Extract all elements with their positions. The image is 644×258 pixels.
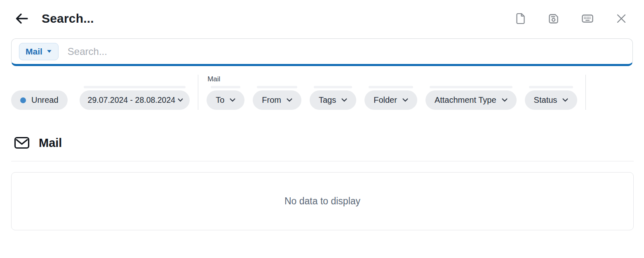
back-arrow-icon [15,12,29,25]
unread-filter-chip[interactable]: Unread [11,90,68,110]
search-scope-dropdown[interactable]: Mail [19,43,59,60]
save-search-button[interactable] [548,13,559,25]
search-overlay: Search... [0,0,644,258]
search-bar: Mail [11,38,633,66]
chevron-down-icon [562,98,568,102]
section-title: Mail [39,136,62,150]
chevron-down-icon [287,98,292,102]
back-button[interactable] [14,12,29,26]
chevron-down-icon [178,98,183,102]
keyboard-shortcuts-button[interactable] [581,13,594,24]
search-scope-label: Mail [26,47,42,57]
to-filter-label: To [216,95,224,105]
chevron-down-icon [341,98,347,102]
active-filter-chips: Unread 29.07.2024 - 28.08.2024 [11,90,190,110]
topbar: Search... [0,0,644,27]
date-range-label: 29.07.2024 - 28.08.2024 [88,95,176,105]
chevron-down-icon [230,98,235,102]
close-icon [616,13,627,24]
close-button[interactable] [616,13,627,24]
caret-down-icon [47,50,52,53]
search-input[interactable] [68,46,625,57]
attachment-type-filter-chip[interactable]: Attachment Type [425,90,517,110]
topbar-actions [515,12,633,25]
section-divider [11,161,634,161]
mail-results-section-header: Mail [14,135,633,151]
tags-filter-label: Tags [319,95,336,105]
tags-filter-chip[interactable]: Tags [310,90,356,110]
new-search-button[interactable] [515,12,526,25]
filter-group-label: Mail [207,75,577,84]
status-filter-label: Status [534,95,557,105]
to-filter-chip[interactable]: To [207,90,244,110]
results-empty-state: No data to display [11,172,634,230]
keyboard-shortcuts-icon [581,13,594,24]
unread-filter-label: Unread [31,95,59,105]
page-title: Search... [42,12,94,26]
from-filter-chip[interactable]: From [253,90,301,110]
page-icon [515,12,526,25]
date-range-filter-chip[interactable]: 29.07.2024 - 28.08.2024 [80,90,190,110]
status-filter-chip[interactable]: Status [525,90,578,110]
unread-dot-icon [20,97,26,103]
mail-filter-group: Mail To From Tags [207,75,577,110]
mail-envelope-icon [14,136,30,149]
filter-row: Unread 29.07.2024 - 28.08.2024 Mail To [11,75,633,110]
chevron-down-icon [502,98,508,102]
from-filter-label: From [262,95,281,105]
folder-filter-label: Folder [374,95,397,105]
filter-group-divider-right [585,75,586,110]
filter-group-chips: To From Tags [207,90,577,110]
folder-filter-chip[interactable]: Folder [364,90,417,110]
filter-group-divider-left [198,75,198,110]
chevron-down-icon [402,98,408,102]
save-search-icon [548,13,559,25]
attachment-type-filter-label: Attachment Type [435,95,496,105]
empty-state-text: No data to display [284,196,360,207]
